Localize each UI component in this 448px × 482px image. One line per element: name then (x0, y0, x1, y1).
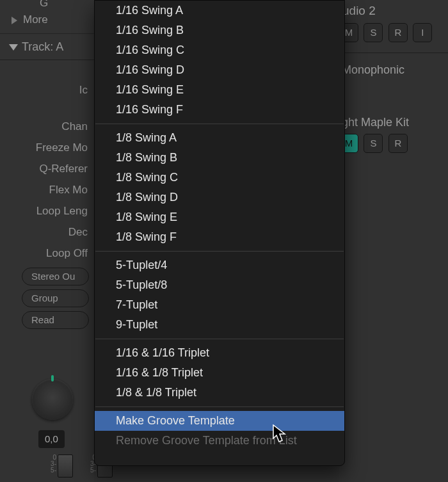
pan-readout: 0,0 (38, 430, 65, 448)
track-button-row-2: M S R (339, 133, 448, 159)
group-button[interactable]: Group (22, 289, 89, 307)
menu-item[interactable]: 1/16 Swing E (95, 80, 344, 100)
kit-label: ght Maple Kit (339, 112, 448, 133)
group-label: Group (31, 293, 58, 303)
menu-separator (95, 406, 344, 407)
inspector-panel: G More Track: A Ic Chan Freeze Mo Q-Refe… (0, 0, 94, 482)
menu-item[interactable]: 1/8 Swing C (95, 168, 344, 188)
track-header-label: Track: A (9, 40, 63, 53)
fader-scale-1: 0 3- 5- (49, 454, 56, 479)
quantize-menu: 1/16 Swing A 1/16 Swing B 1/16 Swing C 1… (94, 0, 345, 466)
menu-separator (95, 339, 344, 339)
inspector-row-freeze: Freeze Mo (0, 137, 94, 158)
menu-item[interactable]: 5-Tuplet/8 (95, 275, 344, 295)
solo-button[interactable]: S (364, 23, 383, 42)
stereo-out-button[interactable]: Stereo Ou (22, 268, 89, 285)
menu-item[interactable]: 9-Tuplet (95, 315, 344, 335)
track-title: udio 2 (339, 0, 448, 22)
menu-item-remove-groove-template: Remove Groove Template from List (95, 431, 344, 451)
automation-read-button[interactable]: Read (22, 311, 89, 329)
track-header-panel: udio 2 M S R I Monophonic ght Maple Kit … (339, 0, 448, 482)
menu-item[interactable]: 1/8 Swing B (95, 148, 344, 168)
menu-item[interactable]: 1/16 Swing B (95, 20, 344, 40)
inspector-row-qref: Q-Referer (0, 158, 94, 179)
menu-item[interactable]: 1/16 Swing D (95, 60, 344, 80)
input-button[interactable]: I (413, 23, 432, 42)
menu-item[interactable]: 1/16 & 1/16 Triplet (95, 343, 344, 363)
menu-item[interactable]: 7-Tuplet (95, 295, 344, 315)
inspector-row-channel: Chan (0, 116, 94, 137)
mode-label: Monophonic (339, 60, 448, 80)
pan-knob[interactable] (32, 379, 73, 420)
stereo-out-label: Stereo Ou (31, 271, 75, 282)
solo-button-2[interactable]: S (364, 134, 383, 153)
menu-separator (95, 251, 344, 252)
menu-separator (95, 124, 344, 124)
more-label: More (23, 13, 48, 26)
record-button[interactable]: R (388, 23, 408, 42)
menu-item[interactable]: 1/8 Swing E (95, 207, 344, 227)
menu-item[interactable]: 1/8 Swing A (95, 128, 344, 148)
menu-item[interactable]: 1/16 & 1/8 Triplet (95, 363, 344, 383)
inspector-row-looplen: Loop Leng (0, 200, 94, 221)
menu-item[interactable]: 1/8 Swing D (95, 188, 344, 207)
inspector-row-dec: Dec (0, 221, 94, 243)
fader-1[interactable] (58, 454, 73, 478)
menu-item[interactable]: 1/16 Swing C (95, 40, 344, 60)
track-button-row-1: M S R I (339, 22, 448, 49)
menu-item[interactable]: 1/16 Swing A (95, 1, 344, 20)
menu-item[interactable]: 1/16 Swing F (95, 100, 344, 120)
track-header[interactable]: Track: A (0, 34, 94, 60)
record-button-2[interactable]: R (388, 134, 408, 153)
read-label: Read (31, 314, 54, 325)
menu-item[interactable]: 1/8 Swing F (95, 227, 344, 247)
inspector-row-g: G (0, 0, 94, 6)
inspector-row-icon: Ic (0, 79, 94, 100)
more-disclosure[interactable]: More (0, 6, 94, 34)
menu-item-make-groove-template[interactable]: Make Groove Template (95, 411, 344, 431)
inspector-row-flex: Flex Mo (0, 179, 94, 200)
menu-item[interactable]: 1/8 & 1/8 Triplet (95, 383, 344, 403)
menu-item[interactable]: 5-Tuplet/4 (95, 255, 344, 275)
inspector-row-loopoff: Loop Off (0, 243, 94, 264)
